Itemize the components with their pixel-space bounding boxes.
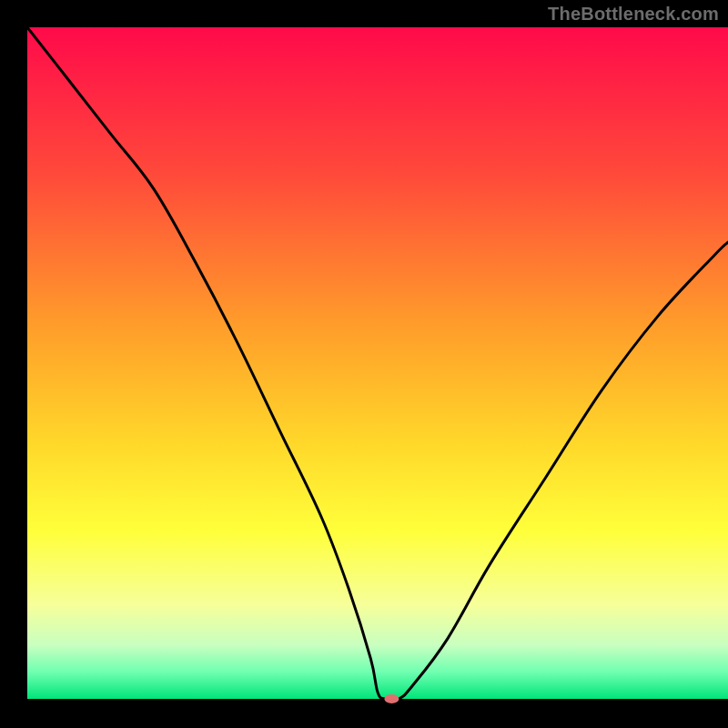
min-marker [384,694,399,703]
plot-background [27,27,728,699]
chart-stage: TheBottleneck.com [0,0,728,728]
bottleneck-chart [0,0,728,728]
watermark-text: TheBottleneck.com [548,4,719,25]
